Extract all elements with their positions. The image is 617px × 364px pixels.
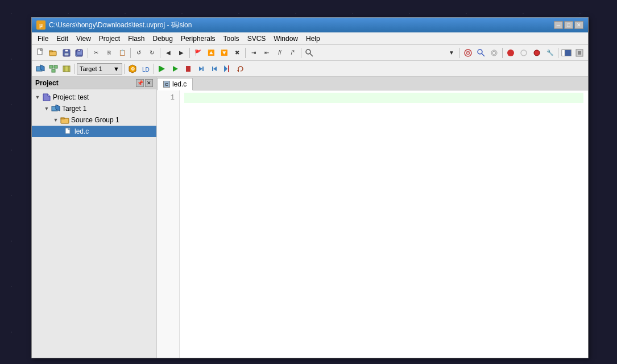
tab-led-c[interactable]: C led.c	[157, 78, 193, 90]
toolbar-separator-5	[245, 48, 246, 58]
toolbar2-separator-1	[74, 64, 75, 74]
minimize-button[interactable]: ─	[554, 21, 563, 29]
main-window: μ C:\Users\hongy\Downloads\test.uvproj -…	[31, 17, 589, 358]
svg-point-20	[507, 49, 514, 56]
indent-button[interactable]: ⇥	[247, 47, 260, 59]
menu-debug[interactable]: Debug	[150, 34, 176, 44]
menu-project[interactable]: Project	[96, 34, 123, 44]
redo-button[interactable]: ↻	[146, 47, 158, 59]
copy-button[interactable]: ⎘	[103, 47, 115, 59]
svg-line-12	[310, 53, 313, 56]
load-button[interactable]: LD	[139, 63, 152, 75]
menu-tools[interactable]: Tools	[220, 34, 243, 44]
svg-rect-29	[49, 65, 53, 68]
nav-back-button[interactable]: ◀	[162, 47, 175, 59]
menu-bar: File Edit View Project Flash Debug Perip…	[32, 32, 588, 45]
file-name: led.c	[74, 127, 89, 135]
svg-text:LD: LD	[142, 67, 150, 73]
tree-project-root[interactable]: ▼ Project: test	[32, 92, 156, 103]
expand-target[interactable]: ▼	[43, 105, 50, 112]
options-for-target-button[interactable]: ⚙	[126, 63, 139, 75]
tree-file-led[interactable]: led.c	[32, 126, 156, 137]
menu-flash[interactable]: Flash	[125, 34, 148, 44]
next-bookmark-button[interactable]: 🔽	[218, 47, 230, 59]
prev-bookmark-button[interactable]: 🔼	[205, 47, 217, 59]
svg-rect-30	[54, 65, 57, 68]
stop-debug-button[interactable]	[182, 63, 194, 75]
menu-help[interactable]: Help	[303, 34, 324, 44]
target-dropdown[interactable]: Target 1 ▼	[77, 63, 122, 75]
svg-point-11	[306, 49, 310, 54]
panel-title: Project	[35, 79, 59, 87]
tab-bar: C led.c	[157, 77, 588, 90]
project-settings-button[interactable]	[34, 63, 47, 75]
tree-target[interactable]: ▼ Target 1	[32, 103, 156, 114]
run-cursor-button[interactable]	[221, 63, 234, 75]
reset-button[interactable]	[234, 63, 247, 75]
circle-btn[interactable]	[517, 47, 530, 59]
save-all-button[interactable]	[73, 47, 86, 59]
expand-source-group[interactable]: ▼	[52, 117, 59, 123]
menu-file[interactable]: File	[34, 34, 52, 44]
run-button[interactable]	[169, 63, 181, 75]
svg-rect-10	[78, 49, 80, 51]
main-area: Project 📌 ✕ ▼ Project: test ▼	[32, 77, 588, 358]
red-circle-btn[interactable]	[531, 47, 543, 59]
target-options-2[interactable]	[462, 47, 474, 59]
target-label: Target 1	[80, 65, 102, 72]
select-device-button[interactable]	[60, 63, 73, 75]
line-num-1: 1	[157, 93, 179, 103]
tab-file-icon: C	[163, 81, 170, 88]
panel-close-button[interactable]: ✕	[145, 79, 153, 87]
find-button[interactable]	[303, 47, 316, 59]
panel-header: Project 📌 ✕	[32, 77, 156, 89]
toolbar-separator-2	[130, 48, 131, 58]
svg-marker-39	[173, 66, 178, 72]
save-button[interactable]	[60, 47, 73, 59]
manage-components-button[interactable]	[47, 63, 60, 75]
comment-button[interactable]: //	[274, 47, 286, 59]
menu-edit[interactable]: Edit	[53, 34, 72, 44]
clear-bookmarks-button[interactable]: ✖	[231, 47, 243, 59]
block-comment-button[interactable]: /*	[287, 47, 299, 59]
new-file-button[interactable]	[34, 47, 47, 59]
menu-window[interactable]: Window	[270, 34, 301, 44]
debug-start-button[interactable]	[156, 63, 168, 75]
dropdown-btn[interactable]: ▼	[445, 47, 458, 59]
magic-wand-button[interactable]	[488, 47, 500, 59]
code-editor[interactable]	[180, 90, 588, 358]
menu-svcs[interactable]: SVCS	[244, 34, 270, 44]
svg-point-15	[467, 52, 469, 53]
expand-project[interactable]: ▼	[34, 94, 41, 101]
settings-btn[interactable]	[573, 47, 586, 59]
svg-point-19	[492, 51, 496, 55]
editor-content[interactable]: 1	[157, 90, 588, 358]
file-icon	[64, 127, 73, 136]
panel-pin-button[interactable]: 📌	[136, 79, 144, 87]
open-file-button[interactable]	[47, 47, 60, 59]
paste-button[interactable]: 📋	[116, 47, 129, 59]
menu-view[interactable]: View	[73, 34, 94, 44]
cut-button[interactable]: ✂	[90, 47, 102, 59]
config-btn[interactable]: 🔧	[544, 47, 556, 59]
search-symbol-button[interactable]	[475, 47, 487, 59]
svg-rect-53	[68, 128, 70, 130]
unindent-button[interactable]: ⇤	[260, 47, 273, 59]
code-line-1	[184, 93, 583, 103]
view-btn[interactable]	[560, 47, 573, 59]
nav-fwd-button[interactable]: ▶	[175, 47, 188, 59]
tree-source-group[interactable]: ▼ Source Group 1	[32, 114, 156, 126]
bookmark-button[interactable]: 🚩	[192, 47, 204, 59]
app-icon: μ	[36, 20, 45, 30]
svg-marker-37	[160, 66, 165, 72]
maximize-button[interactable]: □	[564, 21, 573, 29]
step-in-button[interactable]	[195, 63, 208, 75]
menu-peripherals[interactable]: Peripherals	[177, 34, 219, 44]
close-button[interactable]: ✕	[574, 21, 583, 29]
toolbar2-separator-3	[154, 64, 154, 74]
project-name: Project: test	[53, 93, 89, 101]
stop-btn[interactable]	[504, 47, 517, 59]
undo-button[interactable]: ↺	[132, 47, 145, 59]
step-out-button[interactable]	[208, 63, 221, 75]
panel-controls: 📌 ✕	[136, 79, 153, 87]
